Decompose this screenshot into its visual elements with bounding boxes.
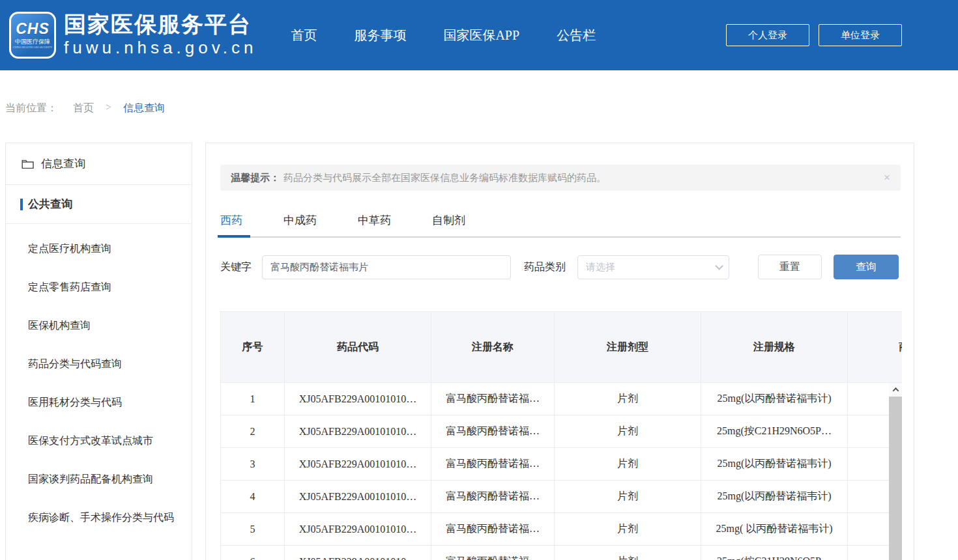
sidebar-item-diagnosis-operation-codes[interactable]: 疾病诊断、手术操作分类与代码 [6,498,192,537]
table-scrollbar[interactable] [889,383,902,560]
sidebar-item-negotiated-drug-orgs[interactable]: 国家谈判药品配备机构查询 [6,460,192,498]
table-row[interactable]: 2 XJ05AFB229A00101010… 富马酸丙酚替诺福… 片剂 25mg… [221,415,903,448]
nav-announcements[interactable]: 公告栏 [557,27,596,44]
cell-code: XJ05AFB229A00101010… [285,448,431,481]
brand-text: 国家医保服务平台 fuwu.nhsa.gov.cn [64,12,257,59]
category-placeholder: 请选择 [586,261,615,273]
cell-spec: 25mg(按C21H29N6O5P… [701,415,848,448]
keyword-label: 关键字 [220,260,252,274]
cell-code: XJ05AFB229A00101010… [285,415,431,448]
breadcrumb-prefix: 当前位置： [5,102,57,115]
cell-seq: 6 [221,546,285,560]
sidebar-header-label: 信息查询 [41,156,85,171]
cell-name: 富马酸丙酚替诺福… [431,546,555,560]
tab-western-medicine[interactable]: 西药 [220,213,242,236]
cell-name: 富马酸丙酚替诺福… [431,481,555,513]
sidebar-item-designated-pharmacies[interactable]: 定点零售药店查询 [6,268,192,306]
nav-home[interactable]: 首页 [291,27,317,44]
breadcrumb-current[interactable]: 信息查询 [123,102,165,115]
cell-code: XJ05AFB229A00101010… [285,383,431,415]
table-row[interactable]: 1 XJ05AFB229A00101010… 富马酸丙酚替诺福… 片剂 25mg… [221,383,903,415]
header-specification: 注册规格 [701,312,848,383]
header-registered-name: 注册名称 [431,312,555,383]
header-dosage-form: 注册剂型 [555,312,701,383]
tab-chinese-herbal-medicine[interactable]: 中草药 [358,213,391,236]
logo-abbr: CHS [16,21,50,36]
cell-seq: 1 [221,383,285,415]
cell-name: 富马酸丙酚替诺福… [431,415,555,448]
tip-label: 温馨提示： [231,172,280,184]
chs-logo: CHS 中国医疗保障 CHINA HEALTHCARE SECURITY [9,12,56,59]
cell-spec: 25mg(以丙酚替诺福韦计) [701,383,848,415]
header-seq: 序号 [221,312,285,383]
category-select[interactable]: 请选择 [577,255,729,279]
breadcrumb: 当前位置： 首页 > 信息查询 [0,70,958,143]
tip-text: 药品分类与代码展示全部在国家医保信息业务编码标准数据库赋码的药品。 [283,172,606,184]
table-row[interactable]: 4 XJ05AFB229A00101010… 富马酸丙酚替诺福… 片剂 25mg… [221,481,903,513]
unit-login-button[interactable]: 单位登录 [819,24,902,46]
table-row[interactable]: 5 XJ05AFB229A00101010… 富马酸丙酚替诺福… 片剂 25mg… [221,513,903,546]
results-table: 序号 药品代码 注册名称 注册剂型 注册规格 商 1 XJ05AFB229A00… [220,311,902,560]
cell-spec: 25mg(以丙酚替诺福韦计) [701,448,848,481]
cell-code: XJ05AFB229A00101010… [285,513,431,546]
cell-code: XJ05AFB229A00101010… [285,546,431,560]
logo-org: 中国医疗保障 [15,39,50,45]
cell-code: XJ05AFB229A00101010… [285,481,431,513]
sidebar-item-drug-classification-codes[interactable]: 药品分类与代码查询 [6,344,192,383]
sidebar-header[interactable]: 信息查询 [6,143,192,185]
results-table-wrap: 序号 药品代码 注册名称 注册剂型 注册规格 商 1 XJ05AFB229A00… [220,311,902,560]
sidebar-item-designated-medical-orgs[interactable]: 定点医疗机构查询 [6,229,192,268]
keyword-input[interactable] [262,255,511,279]
cell-form: 片剂 [555,513,701,546]
section-accent-bar [20,199,23,210]
sidebar-item-payment-reform-cities[interactable]: 医保支付方式改革试点城市 [6,421,192,460]
cell-spec: 25mg(以丙酚替诺福韦计) [701,481,848,513]
brand[interactable]: CHS 中国医疗保障 CHINA HEALTHCARE SECURITY 国家医… [9,12,257,59]
cell-form: 片剂 [555,481,701,513]
cell-form: 片剂 [555,383,701,415]
cell-name: 富马酸丙酚替诺福… [431,448,555,481]
main-panel: 温馨提示： 药品分类与代码展示全部在国家医保信息业务编码标准数据库赋码的药品。 … [205,143,914,560]
category-label: 药品类别 [524,260,566,274]
tab-chinese-patent-medicine[interactable]: 中成药 [283,213,317,236]
tip-bar: 温馨提示： 药品分类与代码展示全部在国家医保信息业务编码标准数据库赋码的药品。 … [220,165,901,191]
sidebar-section-label: 公共查询 [28,197,72,212]
scrollbar-thumb[interactable] [889,397,902,560]
folder-icon [22,159,35,169]
breadcrumb-separator: > [106,102,111,113]
header-drug-code: 药品代码 [285,312,431,383]
login-group: 个人登录 单位登录 [726,24,902,46]
search-form: 关键字 药品类别 请选择 重置 查询 [220,255,901,279]
chevron-down-icon [715,262,723,270]
personal-login-button[interactable]: 个人登录 [726,24,809,46]
nav-services[interactable]: 服务事项 [354,27,406,44]
sidebar-item-insurance-orgs[interactable]: 医保机构查询 [6,306,192,344]
scrollbar-up-arrow-icon[interactable] [889,383,902,397]
table-header-row: 序号 药品代码 注册名称 注册剂型 注册规格 商 [221,312,903,383]
cell-spec: 25mg(按C21H29N6O5P… [701,546,848,560]
cell-name: 富马酸丙酚替诺福… [431,383,555,415]
close-icon[interactable]: × [884,171,890,184]
site-title: 国家医保服务平台 [64,12,257,36]
tab-self-made-preparation[interactable]: 自制剂 [432,213,465,236]
breadcrumb-home[interactable]: 首页 [73,102,94,115]
drug-category-tabs: 西药 中成药 中草药 自制剂 [220,213,901,238]
site-header: CHS 中国医疗保障 CHINA HEALTHCARE SECURITY 国家医… [0,0,958,70]
nav-app[interactable]: 国家医保APP [443,27,519,44]
table-row[interactable]: 3 XJ05AFB229A00101010… 富马酸丙酚替诺福… 片剂 25mg… [221,448,903,481]
sidebar-item-medical-consumables-codes[interactable]: 医用耗材分类与代码 [6,383,192,421]
cell-seq: 5 [221,513,285,546]
sidebar: 信息查询 公共查询 定点医疗机构查询 定点零售药店查询 医保机构查询 药品分类与… [5,143,192,560]
cell-name: 富马酸丙酚替诺福… [431,513,555,546]
top-nav: 首页 服务事项 国家医保APP 公告栏 [291,27,596,44]
header-partial: 商 [848,312,903,383]
table-row[interactable]: 6 XJ05AFB229A00101010… 富马酸丙酚替诺福… 片剂 25mg… [221,546,903,560]
sidebar-section-public-query[interactable]: 公共查询 [6,185,192,224]
cell-form: 片剂 [555,546,701,560]
cell-form: 片剂 [555,415,701,448]
reset-button[interactable]: 重置 [758,255,822,279]
cell-form: 片剂 [555,448,701,481]
sidebar-menu: 定点医疗机构查询 定点零售药店查询 医保机构查询 药品分类与代码查询 医用耗材分… [6,224,192,537]
site-domain: fuwu.nhsa.gov.cn [64,38,257,58]
query-button[interactable]: 查询 [834,255,899,279]
